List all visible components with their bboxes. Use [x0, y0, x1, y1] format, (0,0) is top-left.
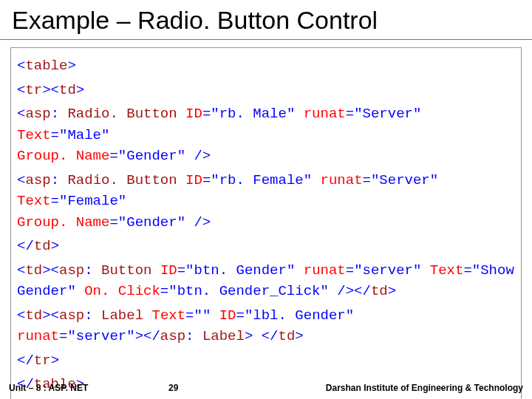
- code-token: ="lbl. Gender": [236, 307, 355, 324]
- code-token: >: [76, 82, 84, 98]
- slide-title: Example – Radio. Button Control: [0, 0, 532, 40]
- code-token: asp: [25, 172, 50, 188]
- code-token: >: [51, 352, 59, 369]
- code-example: <table> <tr><td> <asp: Radio. Button ID=…: [10, 47, 522, 399]
- code-token: ID: [219, 307, 236, 324]
- code-token: On. Click: [84, 283, 160, 299]
- code-token: ="Gender" />: [109, 148, 211, 164]
- code-token: ="Server": [363, 172, 439, 188]
- code-token: ="Male": [51, 127, 110, 143]
- code-token: tr: [34, 352, 51, 369]
- code-line: <td><asp: Label Text="" ID="lbl. Gender"…: [17, 305, 515, 347]
- code-token: Label: [202, 328, 245, 344]
- code-line: </td>: [17, 236, 515, 257]
- code-token: runat: [321, 172, 363, 188]
- code-token: <: [17, 262, 25, 279]
- code-token: :: [51, 106, 68, 122]
- code-token: ><: [42, 82, 59, 98]
- code-line: <asp: Radio. Button ID="rb. Male" runat=…: [17, 103, 515, 167]
- code-token: </: [17, 352, 34, 369]
- footer-unit: Unit – 8 : ASP. NET: [9, 383, 88, 393]
- code-token: Button: [101, 262, 160, 279]
- code-token: <: [17, 307, 25, 324]
- code-token: td: [25, 262, 42, 279]
- code-token: :: [84, 262, 101, 279]
- code-token: asp: [59, 262, 84, 279]
- code-token: asp: [59, 307, 84, 324]
- code-token: ><: [42, 307, 59, 324]
- code-token: runat: [304, 106, 346, 122]
- code-token: Radio. Button: [67, 106, 185, 122]
- code-token: Text: [430, 262, 464, 279]
- code-token: >: [67, 58, 75, 74]
- code-token: td: [25, 307, 42, 324]
- code-token: Text: [17, 193, 51, 209]
- code-token: ="Female": [51, 193, 127, 209]
- code-token: ="rb. Male": [202, 106, 304, 122]
- code-token: ="server": [346, 262, 430, 279]
- code-token: asp: [160, 328, 185, 344]
- code-line: <asp: Radio. Button ID="rb. Female" runa…: [17, 170, 515, 233]
- code-token: table: [25, 58, 67, 74]
- code-token: runat: [304, 262, 346, 279]
- code-token: >: [51, 238, 59, 254]
- code-token: Group. Name: [17, 148, 109, 164]
- code-token: ID: [160, 262, 177, 279]
- footer-org: Darshan Institute of Engineering & Techn…: [326, 383, 523, 393]
- code-token: runat: [17, 328, 59, 344]
- code-token: Group. Name: [17, 214, 109, 231]
- code-token: <: [17, 172, 25, 188]
- code-token: Label: [101, 307, 151, 324]
- code-token: td: [34, 238, 51, 254]
- code-line: </tr>: [17, 350, 515, 372]
- code-token: ="Server": [346, 106, 422, 122]
- code-token: ="": [185, 307, 219, 324]
- code-token: Text: [151, 307, 185, 324]
- footer-page-number: 29: [168, 383, 178, 393]
- code-token: ID: [185, 106, 202, 122]
- code-token: <: [17, 106, 25, 122]
- code-line: <table>: [17, 55, 515, 77]
- code-token: tr: [25, 82, 42, 98]
- code-token: td: [279, 328, 296, 344]
- code-token: Radio. Button: [67, 172, 185, 188]
- code-token: td: [59, 82, 76, 98]
- code-line: <tr><td>: [17, 80, 515, 101]
- code-token: :: [185, 328, 202, 344]
- code-token: >: [295, 328, 303, 344]
- code-token: ID: [185, 172, 202, 188]
- code-token: ="server"></: [59, 328, 160, 344]
- code-token: ="btn. Gender_Click" /></: [160, 283, 371, 299]
- code-line: <td><asp: Button ID="btn. Gender" runat=…: [17, 260, 515, 302]
- code-token: ="btn. Gender": [177, 262, 304, 279]
- code-token: ><: [42, 262, 59, 279]
- code-token: >: [388, 283, 396, 299]
- code-token: :: [84, 307, 101, 324]
- code-token: Gender": [17, 283, 84, 299]
- code-token: <: [17, 82, 25, 98]
- code-token: </: [17, 238, 34, 254]
- code-token: ="Gender" />: [109, 214, 211, 231]
- code-token: ="rb. Female": [202, 172, 321, 188]
- code-token: :: [51, 172, 68, 188]
- code-token: td: [371, 283, 388, 299]
- slide-footer: Unit – 8 : ASP. NET 29 Darshan Institute…: [0, 378, 532, 399]
- code-token: asp: [25, 106, 50, 122]
- code-token: > </: [245, 328, 279, 344]
- code-token: Text: [17, 127, 51, 143]
- code-token: <: [17, 58, 25, 74]
- code-token: ="Show: [463, 262, 514, 279]
